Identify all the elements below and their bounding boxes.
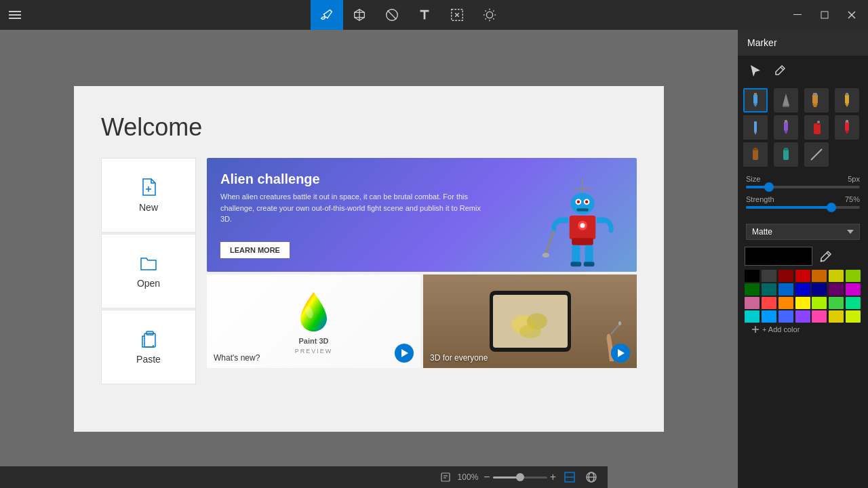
3d-everyone-card[interactable]: 3D for everyone [423,274,637,368]
color-red[interactable] [795,270,810,282]
whats-new-play[interactable] [395,344,414,363]
open-label: Open [137,278,160,289]
svg-line-8 [493,18,494,19]
color-brightgreen[interactable] [846,297,861,309]
color-lightlime[interactable] [812,297,827,309]
challenge-text: Alien challenge When alien creatures bat… [207,158,501,272]
finish-dropdown[interactable]: Matte [746,224,860,240]
color-navy[interactable] [812,283,827,296]
svg-line-10 [493,10,494,11]
tablet-screen [493,295,568,348]
robot-illustration [528,177,637,272]
canvas-info-icon[interactable] [439,470,452,484]
whats-new-card[interactable]: Paint 3D PREVIEW What's new? [207,274,420,368]
eyedropper-button[interactable] [816,247,835,266]
svg-point-29 [580,223,585,228]
color-lightred[interactable] [762,297,776,309]
paste-button[interactable]: Paste [101,310,196,384]
brush-wide-marker[interactable] [804,88,829,113]
zoom-plus[interactable]: + [550,471,556,483]
color-cornflower[interactable] [778,310,793,323]
color-darkgreen[interactable] [745,283,760,296]
color-darkred[interactable] [778,270,793,282]
tool-2d-shapes[interactable] [376,0,408,30]
hamburger-button[interactable] [0,0,30,30]
zoom-minus[interactable]: − [484,471,490,483]
brush-marker[interactable] [743,88,768,113]
strength-slider[interactable] [746,206,860,209]
brush-pencil[interactable] [743,115,768,140]
svg-rect-34 [571,262,582,266]
color-lightgreen[interactable] [829,297,844,309]
color-yellow[interactable] [829,270,844,282]
open-button[interactable]: Open [101,234,196,308]
color-darkgray[interactable] [762,270,776,282]
welcome-title: Welcome [101,113,637,142]
color-lightcyan[interactable] [745,310,760,323]
color-orange[interactable] [812,270,827,282]
color-hotpink[interactable] [812,310,827,323]
svg-rect-77 [753,148,757,150]
color-blue[interactable] [795,283,810,296]
brush-red-marker[interactable] [835,115,859,140]
color-teal[interactable] [762,283,776,296]
content-area: New Open [101,158,637,386]
brush-gold-marker[interactable] [835,88,859,113]
tool-effects[interactable] [473,0,506,30]
maximize-button[interactable] [814,4,835,26]
brush-grid [738,85,868,169]
challenge-image [501,158,637,272]
new-button[interactable]: New [101,158,196,232]
welcome-panel: Welcome New [74,86,664,432]
strength-label: Strength [746,195,774,203]
brush-brown[interactable] [743,142,768,167]
main-area: Welcome New [0,30,868,488]
color-violet[interactable] [795,310,810,323]
color-lightyellow[interactable] [795,297,810,309]
svg-marker-55 [753,104,757,107]
color-lime[interactable] [846,270,861,282]
tool-selection[interactable] [441,0,473,30]
svg-line-81 [827,253,829,256]
svg-rect-73 [845,121,849,131]
brush-purple[interactable] [774,115,798,140]
cursor-tool[interactable] [746,61,765,80]
whats-new-label: What's new? [214,353,260,363]
svg-rect-65 [754,121,757,132]
svg-rect-45 [441,473,450,481]
color-purple[interactable] [829,283,844,296]
zoom-slider[interactable] [493,476,547,479]
current-color-box[interactable] [745,247,812,266]
color-lightblue[interactable] [762,310,776,323]
strength-value: 75% [845,195,860,203]
eyedropper-panel-tool[interactable] [770,61,789,80]
3d-view-button[interactable] [583,469,599,485]
color-chartreuse[interactable] [846,310,861,323]
brush-line[interactable] [804,142,829,167]
tool-brush[interactable] [311,0,343,30]
close-button[interactable] [841,4,863,26]
color-lightorange[interactable] [778,297,793,309]
size-value: 5px [848,175,860,183]
paint3d-logo: Paint 3D PREVIEW [295,289,333,354]
color-pink[interactable] [745,297,760,309]
minimize-button[interactable] [787,4,808,26]
tool-text[interactable] [408,0,441,30]
color-black[interactable] [745,270,760,282]
brush-cone[interactable] [774,88,798,113]
add-color-label: + Add color [762,325,800,333]
brush-spray-can[interactable] [804,115,829,140]
learn-more-button[interactable]: LEARN MORE [220,242,290,258]
color-gold[interactable] [829,310,844,323]
color-magenta[interactable] [846,283,861,296]
brush-teal[interactable] [774,142,798,167]
tool-3d-shapes[interactable] [343,0,376,30]
svg-rect-67 [784,121,788,131]
finish-label: Matte [752,227,772,237]
2d-view-button[interactable] [561,469,578,485]
3d-everyone-play[interactable] [611,344,630,363]
svg-rect-79 [784,148,788,150]
add-color-button[interactable]: + Add color [745,323,861,336]
size-slider[interactable] [746,186,860,188]
color-cyan[interactable] [778,283,793,296]
